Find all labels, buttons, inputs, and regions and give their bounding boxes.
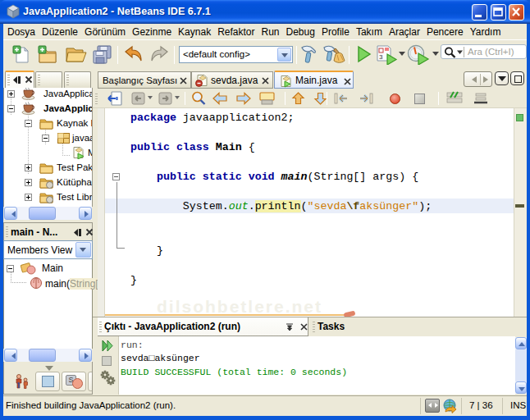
svg-text:3: 3 (379, 53, 383, 61)
